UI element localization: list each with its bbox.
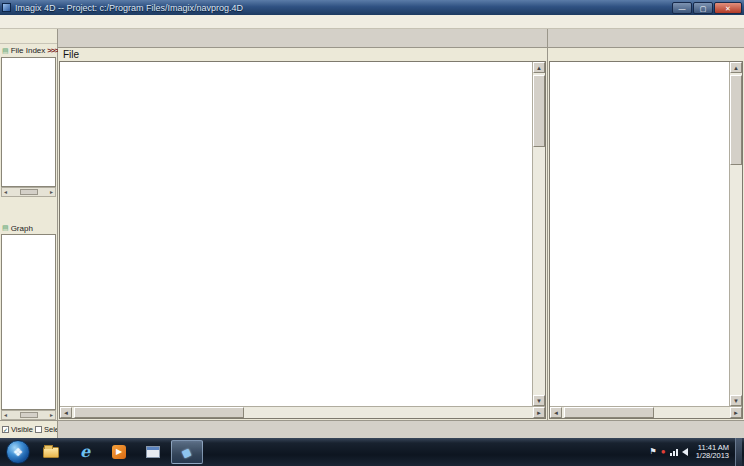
file-index-header[interactable]: ▤ File Index >>> <box>0 44 57 57</box>
tray-flag-icon[interactable]: ⚑ <box>650 448 657 456</box>
scroll-thumb[interactable] <box>20 189 38 195</box>
scroll-thumb[interactable] <box>20 412 38 418</box>
minimize-button[interactable]: — <box>672 2 692 14</box>
file-index-list[interactable] <box>1 57 56 187</box>
folder-icon <box>43 447 59 458</box>
tool-tabs-left <box>58 421 62 438</box>
secondary-panel: ▲ ▼ ◄ ► <box>547 29 744 420</box>
window-controls: — ▢ ✕ <box>672 2 742 14</box>
scroll-up-icon[interactable]: ▲ <box>730 62 742 73</box>
tray-network-icon[interactable] <box>670 449 678 456</box>
window-body: ▤ File Index >>> ◄ ► ▤ Graph <box>0 29 744 420</box>
window-app-icon <box>146 446 160 458</box>
title-bar[interactable]: Imagix 4D -- Project: c:/Program Files/I… <box>0 0 744 15</box>
symbol-tree[interactable] <box>1 234 56 410</box>
imagix-window: Imagix 4D -- Project: c:/Program Files/I… <box>0 0 744 438</box>
expand-chevrons-icon[interactable]: >>> <box>47 46 58 55</box>
tree-hscrollbar[interactable]: ◄ ► <box>1 410 56 420</box>
media-player-icon: ▶ <box>112 445 126 459</box>
secondary-vscrollbar[interactable]: ▲ ▼ <box>729 62 742 406</box>
secondary-tab-bar <box>548 29 744 48</box>
tray-volume-icon[interactable] <box>682 448 688 456</box>
taskbar-app-button[interactable] <box>137 440 169 464</box>
sidebar-tabs <box>0 209 57 222</box>
select-label: Selec <box>44 425 58 434</box>
report-file-menu[interactable]: File <box>63 49 79 60</box>
start-button[interactable]: ❖ <box>6 440 30 464</box>
file-index-icon: ▤ <box>2 47 9 55</box>
scroll-thumb[interactable] <box>74 407 244 418</box>
scroll-right-icon[interactable]: ► <box>49 412 54 418</box>
select-checkbox[interactable] <box>35 426 42 433</box>
scroll-left-icon[interactable]: ◄ <box>3 189 8 195</box>
scroll-right-icon[interactable]: ► <box>49 189 54 195</box>
maximize-button[interactable]: ▢ <box>693 2 713 14</box>
report-content-frame: ▲ ▼ ◄ ► <box>59 61 546 419</box>
report-tab-bar <box>58 29 547 48</box>
scroll-thumb[interactable] <box>533 75 545 147</box>
file-list-hscrollbar[interactable]: ◄ ► <box>1 187 56 197</box>
secondary-menu-bar <box>548 48 744 61</box>
visible-select-row: ✓ Visible Selec <box>0 421 58 438</box>
app-icon <box>2 3 11 12</box>
scroll-right-icon[interactable]: ► <box>533 407 545 418</box>
imagix-app-icon: ◆ <box>180 444 194 460</box>
scroll-right-icon[interactable]: ► <box>730 407 742 418</box>
sidebar-toolbar <box>0 29 57 44</box>
windows-orb-icon: ❖ <box>13 447 23 458</box>
sidebar: ▤ File Index >>> ◄ ► ▤ Graph <box>0 29 58 420</box>
tray-alert-icon[interactable]: ● <box>661 448 666 456</box>
taskbar-clock[interactable]: 11:41 AM 1/28/2013 <box>696 444 729 461</box>
filter-check-row <box>0 197 57 209</box>
scroll-up-icon[interactable]: ▲ <box>533 62 545 73</box>
graph-label: Graph <box>11 224 33 233</box>
scroll-down-icon[interactable]: ▼ <box>730 395 742 406</box>
tool-tabs-right <box>104 421 744 438</box>
visible-label: Visible <box>11 425 33 434</box>
report-menu-bar: File <box>58 48 547 61</box>
taskbar-imagix-button[interactable]: ◆ <box>171 440 203 464</box>
menu-bar <box>0 15 744 29</box>
report-text[interactable] <box>60 62 532 406</box>
clock-date: 1/28/2013 <box>696 452 729 461</box>
file-index-label: File Index <box>11 46 46 55</box>
bottom-tab-row: ✓ Visible Selec <box>0 420 744 438</box>
system-tray: ⚑ ● <box>650 448 688 456</box>
graph-header[interactable]: ▤ Graph <box>0 222 57 234</box>
taskbar-media-button[interactable]: ▶ <box>103 440 135 464</box>
taskbar-explorer-button[interactable] <box>35 440 67 464</box>
graph-doc-icon: ▤ <box>2 224 9 232</box>
close-button[interactable]: ✕ <box>714 2 742 14</box>
secondary-content-frame: ▲ ▼ ◄ ► <box>549 61 743 419</box>
report-vscrollbar[interactable]: ▲ ▼ <box>532 62 545 406</box>
scroll-thumb[interactable] <box>564 407 654 418</box>
windows-taskbar: ❖ e ▶ ◆ ⚑ ● 11:41 AM 1/28/2013 <box>0 438 744 466</box>
internet-explorer-icon: e <box>80 444 90 460</box>
show-desktop-button[interactable] <box>735 438 742 466</box>
scroll-left-icon[interactable]: ◄ <box>550 407 562 418</box>
visible-checkbox[interactable]: ✓ <box>2 426 9 433</box>
secondary-hscrollbar[interactable]: ◄ ► <box>550 406 742 418</box>
scroll-left-icon[interactable]: ◄ <box>60 407 72 418</box>
window-title: Imagix 4D -- Project: c:/Program Files/I… <box>15 3 672 13</box>
scroll-left-icon[interactable]: ◄ <box>3 412 8 418</box>
functions-report-text[interactable] <box>550 62 729 406</box>
report-panel: File ▲ ▼ ◄ ► <box>58 29 547 420</box>
report-hscrollbar[interactable]: ◄ ► <box>60 406 545 418</box>
taskbar-ie-button[interactable]: e <box>69 440 101 464</box>
desktop: Imagix 4D -- Project: c:/Program Files/I… <box>0 0 744 466</box>
scroll-down-icon[interactable]: ▼ <box>533 395 545 406</box>
scroll-thumb[interactable] <box>730 75 742 165</box>
